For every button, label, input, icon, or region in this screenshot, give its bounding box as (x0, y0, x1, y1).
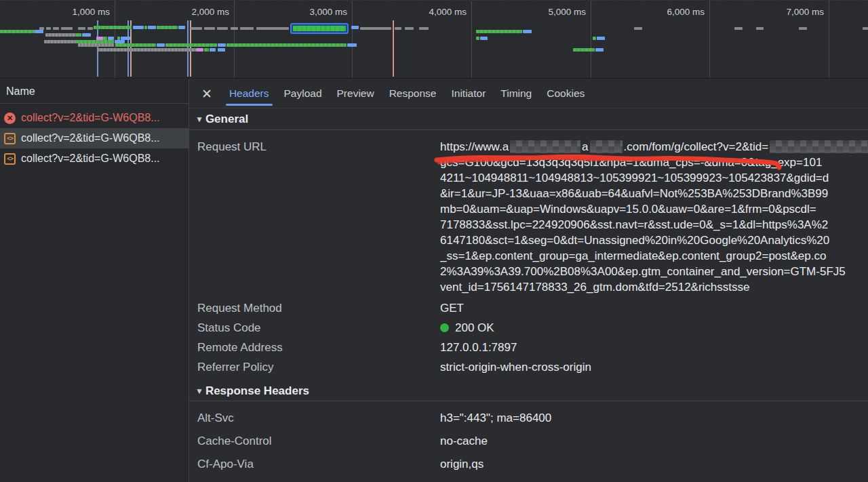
header-value[interactable]: origin,qs (440, 458, 868, 471)
timeline-gridline (115, 1, 115, 78)
tab-response[interactable]: Response (382, 79, 444, 108)
waterfall-bar[interactable] (476, 37, 479, 40)
response-header-row: Cache-Controlno-cache (189, 430, 868, 453)
header-value[interactable]: 200 OK (440, 321, 868, 335)
waterfall-bar[interactable] (76, 33, 81, 37)
name-column-header[interactable]: Name (0, 79, 189, 104)
request-url-line: 6147180&sct=1&seg=0&dt=Unassigned%20in%2… (440, 233, 868, 248)
waterfall-bar[interactable] (217, 27, 228, 30)
waterfall-bar[interactable] (218, 48, 225, 52)
waterfall-bar[interactable] (634, 27, 642, 30)
waterfall-bar[interactable] (360, 27, 391, 30)
waterfall-bar[interactable] (240, 27, 254, 30)
header-name-label: Cache-Control (189, 435, 440, 448)
header-value[interactable]: GET (440, 302, 868, 315)
url-text: https://www.a (440, 140, 509, 153)
waterfall-bar[interactable] (82, 33, 91, 37)
waterfall-bar[interactable] (218, 43, 226, 47)
network-overview-waterfall[interactable]: 1,000 ms2,000 ms3,000 ms4,000 ms5,000 ms… (0, 0, 868, 79)
header-value[interactable]: h3=":443"; ma=86400 (440, 411, 868, 425)
tab-headers[interactable]: Headers (222, 79, 277, 108)
fetch-request-icon: <> (4, 133, 16, 144)
header-value[interactable]: strict-origin-when-cross-origin (440, 361, 868, 374)
pixelated-redaction (590, 140, 623, 153)
waterfall-bar[interactable] (480, 37, 488, 40)
waterfall-bar[interactable] (799, 27, 807, 30)
request-list-item[interactable]: ✕collect?v=2&tid=G-W6QB8... (0, 108, 189, 128)
chevron-down-icon: ▼ (195, 386, 203, 396)
waterfall-bar[interactable] (395, 27, 401, 30)
timeline-gridline (234, 1, 235, 78)
timeline-tick-label: 1,000 ms (49, 7, 110, 17)
response-headers-section-heading[interactable]: ▼ Response Headers (189, 381, 868, 401)
header-value[interactable]: no-cache (440, 435, 868, 448)
waterfall-bar[interactable] (44, 40, 76, 43)
waterfall-bar[interactable] (157, 43, 165, 47)
waterfall-bar[interactable] (53, 27, 59, 30)
waterfall-bar[interactable] (595, 48, 604, 52)
waterfall-bar[interactable] (35, 30, 43, 33)
waterfall-bar[interactable] (419, 27, 429, 30)
waterfall-bar[interactable] (0, 30, 35, 33)
url-text: a (582, 140, 588, 153)
fetch-request-icon: <> (4, 153, 16, 165)
waterfall-bar[interactable] (144, 26, 147, 29)
waterfall-bar[interactable] (133, 26, 144, 29)
waterfall-bar[interactable] (157, 26, 178, 29)
waterfall-bar[interactable] (148, 26, 156, 29)
waterfall-bar[interactable] (78, 43, 114, 47)
waterfall-bar[interactable] (734, 27, 743, 30)
waterfall-bar[interactable] (347, 43, 357, 47)
response-headers-section-title: Response Headers (205, 384, 309, 398)
waterfall-bar[interactable] (204, 27, 215, 30)
waterfall-bar[interactable] (94, 26, 132, 29)
waterfall-bar[interactable] (78, 27, 85, 30)
waterfall-bar[interactable] (256, 27, 289, 30)
waterfall-bar[interactable] (863, 27, 868, 30)
waterfall-bar[interactable] (87, 27, 93, 30)
waterfall-bar[interactable] (210, 48, 216, 52)
timeline-gridline (709, 1, 710, 78)
waterfall-bar[interactable] (191, 27, 202, 30)
status-ok-dot-icon (440, 323, 449, 332)
waterfall-bar[interactable] (204, 48, 209, 52)
waterfall-bar[interactable] (593, 37, 596, 40)
url-text: .com/fom/g/collect?v=2&tid= (624, 140, 769, 153)
close-icon[interactable]: ✕ (201, 87, 212, 100)
waterfall-bar[interactable] (351, 26, 359, 29)
waterfall-bar[interactable] (46, 27, 51, 30)
waterfall-bar[interactable] (523, 30, 532, 33)
general-section-heading[interactable]: ▼ General (189, 108, 868, 130)
request-url-line: 7178833&sst.lpc=224920906&sst.navt=r&sst… (440, 217, 868, 233)
waterfall-bar[interactable] (226, 43, 347, 47)
waterfall-bar[interactable] (231, 27, 238, 30)
request-url-line: 4211~104948811~104948813~105399921~10539… (440, 170, 868, 186)
waterfall-bar[interactable] (196, 48, 203, 52)
waterfall-bar[interactable] (573, 48, 595, 52)
request-list-item[interactable]: <>collect?v=2&tid=G-W6QB8... (0, 148, 189, 169)
tab-cookies[interactable]: Cookies (539, 79, 592, 108)
waterfall-bar[interactable] (115, 43, 156, 47)
header-value[interactable]: 127.0.0.1:7897 (440, 341, 868, 355)
request-list-item[interactable]: <>collect?v=2&tid=G-W6QB8... (0, 128, 189, 148)
timeline-gridline (829, 1, 829, 78)
waterfall-bar[interactable] (405, 27, 414, 30)
tab-preview[interactable]: Preview (330, 79, 382, 108)
waterfall-bar[interactable] (756, 27, 764, 30)
waterfall-bar[interactable] (597, 37, 605, 40)
response-header-row: Cf-Apo-Viaorigin,qs (189, 453, 868, 476)
waterfall-bar[interactable] (97, 48, 196, 52)
waterfall-bar[interactable] (61, 27, 73, 30)
waterfall-bar[interactable] (178, 26, 185, 29)
request-url-value[interactable]: https://www.aa.com/fom/g/collect?v=2&tid… (440, 139, 868, 295)
waterfall-bar[interactable] (165, 43, 217, 47)
details-tab-bar: ✕ HeadersPayloadPreviewResponseInitiator… (189, 79, 868, 108)
waterfall-bar[interactable] (476, 30, 522, 33)
tab-payload[interactable]: Payload (277, 79, 330, 108)
tab-initiator[interactable]: Initiator (443, 79, 493, 108)
request-name-label: collect?v=2&tid=G-W6QB8... (21, 132, 160, 144)
request-url-line: https://www.aa.com/fom/g/collect?v=2&tid… (440, 139, 868, 155)
tab-timing[interactable]: Timing (493, 79, 539, 108)
waterfall-bar[interactable] (45, 33, 76, 37)
general-row: Remote Address127.0.0.1:7897 (189, 338, 868, 357)
